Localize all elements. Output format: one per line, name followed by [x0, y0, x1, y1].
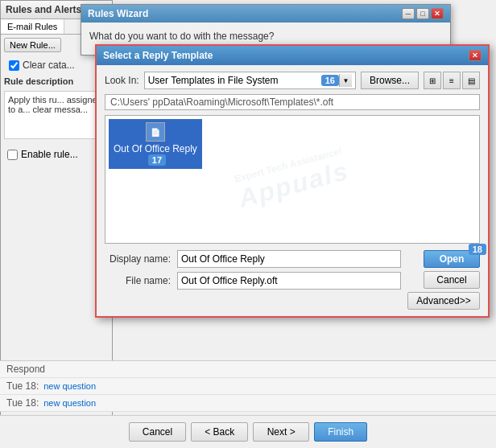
file-list-area[interactable]: Expert Tech Assistance! Appuals 📄 Out Of… — [105, 115, 480, 244]
look-in-select[interactable]: User Templates in File System 16 ▼ — [144, 72, 356, 89]
enable-rules-checkbox[interactable] — [7, 150, 18, 160]
enable-rules-label: Enable rule... — [21, 149, 78, 160]
watermark-line1: Expert Tech Assistance! — [233, 145, 345, 185]
wizard-question: What do you want to do with the message? — [89, 31, 442, 42]
large-icons-button[interactable]: ⊞ — [424, 72, 441, 89]
next-button[interactable]: Next > — [253, 422, 309, 442]
advanced-button[interactable]: Advanced>> — [407, 292, 480, 310]
task-label-2: new question — [43, 398, 96, 408]
form-section: Display name: File name: Open 18 Cancel … — [105, 250, 480, 310]
display-name-label: Display name: — [105, 253, 177, 265]
right-buttons: Open 18 Cancel Advanced>> — [407, 250, 480, 310]
list-view-button[interactable]: ▤ — [462, 72, 480, 89]
badge-18: 18 — [469, 244, 486, 255]
bottom-nav-bar: Cancel < Back Next > Finish — [0, 415, 496, 448]
file-icon: 📄 — [146, 122, 165, 142]
path-bar: C:\Users' ppData\Roaming\Microsoft\Templ… — [105, 94, 480, 110]
file-name-row: File name: — [105, 272, 401, 290]
form-fields: Display name: File name: — [105, 250, 401, 294]
look-in-label: Look In: — [105, 75, 139, 86]
minimize-button[interactable]: ─ — [402, 8, 415, 19]
close-button[interactable]: ✕ — [431, 8, 444, 19]
display-name-row: Display name: — [105, 250, 401, 268]
watermark-line2: Appuals — [235, 156, 352, 214]
cancel-side-button[interactable]: Cancel — [424, 271, 480, 289]
rules-wizard-titlebar: Rules Wizard ─ □ ✕ — [81, 5, 450, 23]
maximize-button[interactable]: □ — [416, 8, 429, 19]
path-text: C:\Users' ppData\Roaming\Microsoft\Templ… — [110, 97, 333, 108]
rule-checkbox-row: Clear cata... — [6, 58, 107, 72]
task-row-1[interactable]: Tue 18: new question — [0, 378, 496, 395]
new-rule-button[interactable]: New Rule... — [4, 38, 61, 52]
template-titlebar-controls: ✕ — [469, 50, 482, 61]
template-close-button[interactable]: ✕ — [469, 50, 482, 61]
finish-button[interactable]: Finish — [314, 422, 367, 442]
open-btn-wrapper: Open 18 — [424, 250, 480, 268]
badge-16: 16 — [321, 75, 339, 86]
look-in-value: User Templates in File System — [148, 75, 320, 86]
bottom-row-respond: Respond — [0, 361, 496, 378]
view-icons: ⊞ ≡ ▤ — [424, 72, 480, 89]
small-icons-button[interactable]: ≡ — [443, 72, 461, 89]
watermark: Expert Tech Assistance! Appuals — [233, 145, 353, 214]
browse-button[interactable]: Browse... — [361, 72, 419, 89]
back-button[interactable]: < Back — [191, 422, 248, 442]
bottom-task-area: Respond Tue 18: new question Tue 18: new… — [0, 360, 496, 412]
select-template-titlebar: Select a Reply Template ✕ — [97, 46, 488, 65]
rules-wizard-title: Rules Wizard — [88, 8, 148, 19]
look-in-row: Look In: User Templates in File System 1… — [105, 72, 480, 89]
template-content: Look In: User Templates in File System 1… — [97, 65, 488, 316]
file-item-label: Out Of Office Reply — [114, 143, 197, 154]
rule-description-text: Apply this ru... assigned to a... clear … — [4, 91, 109, 139]
display-name-input[interactable] — [177, 250, 401, 268]
rule-checkbox[interactable] — [9, 60, 19, 71]
task-time-1: Tue 18: — [6, 380, 39, 392]
select-reply-template-dialog: Select a Reply Template ✕ Look In: User … — [95, 44, 490, 318]
respond-label: Respond — [6, 364, 45, 375]
tab-email-rules[interactable]: E-mail Rules — [1, 19, 64, 34]
cancel-button[interactable]: Cancel — [129, 422, 186, 442]
titlebar-controls: ─ □ ✕ — [402, 8, 444, 19]
file-name-label: File name: — [105, 275, 177, 286]
file-item-out-of-office[interactable]: 📄 Out Of Office Reply 17 — [109, 119, 202, 169]
file-name-input[interactable] — [177, 272, 401, 290]
task-time-2: Tue 18: — [6, 397, 39, 409]
badge-17: 17 — [148, 154, 166, 166]
dropdown-arrow-icon[interactable]: ▼ — [339, 74, 352, 87]
task-label-1: new question — [43, 381, 96, 391]
clear-label: Clear cata... — [23, 60, 75, 71]
task-row-2[interactable]: Tue 18: new question — [0, 395, 496, 412]
select-template-title: Select a Reply Template — [103, 50, 213, 61]
